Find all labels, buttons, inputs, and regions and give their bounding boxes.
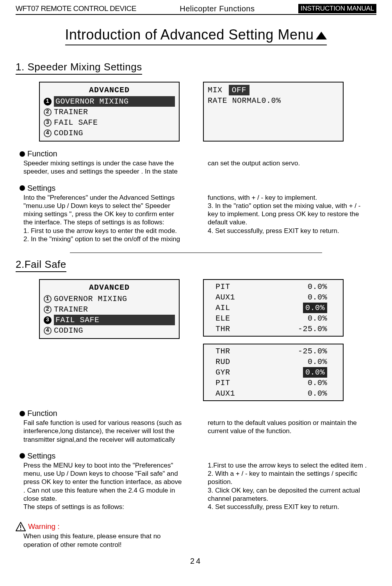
channel-value: 0.0% [308,357,327,367]
function-heading-1-text: Function [27,149,57,158]
settings-heading-2-text: Settings [27,452,55,461]
menu-item: 2TRAINER [44,304,175,315]
channel-name: GYR [208,367,247,378]
menu-item-label: TRAINER [54,107,175,117]
divider [70,253,323,253]
function-heading-2: Function [20,409,376,418]
channel-value: 0.0% [308,388,327,399]
section-fail-safe: 2.Fail Safe ADVANCED 1GOVERNOR MIXING2TR… [16,258,376,515]
channel-value: 0.0% [308,292,327,303]
channel-value: 0.0% [303,367,327,378]
warning-body: When using this feature, please ensure t… [16,532,376,553]
settings-heading-2: Settings [20,452,376,461]
function-heading-2-text: Function [27,409,57,418]
settings-body-1: Into the "Preferences" under the Advance… [16,194,376,247]
section2-title: 2.Fail Safe [16,258,66,272]
menu-item: 2TRAINER [44,107,175,117]
channel-name: THR [208,346,247,357]
menu-item-label: FAIL SAFE [54,315,175,325]
channel-value: -25.0% [298,324,327,334]
channel-name: AUX1 [208,292,247,303]
warning-heading: Warning : [16,522,376,531]
menu-item-label: CODING [54,128,175,138]
menu-item-number-icon: 4 [44,129,52,137]
mix-label: MIX [208,85,223,95]
channel-name: PIT [208,378,247,388]
menu-item-number-icon: 3 [44,316,52,324]
settings-body-2: Press the MENU key to boot into the "Pre… [16,461,376,515]
lcd-header: ADVANCED [44,282,175,293]
settings-heading-1: Settings [20,184,376,193]
rate-line: RATE NORMAL0.0% [208,95,339,106]
bullet-icon [20,151,25,157]
channel-name: PIT [208,281,247,292]
menu-item-number-icon: 1 [44,98,52,106]
menu-item-label: CODING [54,325,175,336]
function-body-1-text: Speeder mixing settings is under the cas… [23,159,369,176]
header-center: Helicopter Functions [136,4,298,13]
warning-triangle-icon [16,522,26,531]
menu-item: 1GOVERNOR MIXING [44,96,175,107]
page-header: WFT07 REMOTE CONTROL DEVICE Helicopter F… [16,4,376,15]
channel-row: ELE0.0% [208,313,339,324]
channel-value: 0.0% [308,313,327,324]
channel-row: AIL0.0% [208,303,339,313]
function-body-2-text: Fail safe function is used for various r… [23,419,369,444]
channel-name: THR [208,324,247,334]
page-title: Introduction of Advanced Setting Menu [65,27,327,45]
channel-row: AUX10.0% [208,388,339,399]
menu-item-number-icon: 2 [44,108,52,116]
mix-value: OFF [229,85,250,95]
channel-row: GYR0.0% [208,367,339,378]
triangle-up-icon [316,32,327,39]
menu-item-label: GOVERNOR MIXING [54,294,175,304]
menu-item-label: FAIL SAFE [54,117,175,128]
menu-item-label: GOVERNOR MIXING [54,96,175,107]
lcd-advanced-menu-2: ADVANCED 1GOVERNOR MIXING2TRAINER3FAIL S… [39,279,180,339]
channel-name: AIL [208,303,247,313]
menu-item: 4CODING [44,128,175,138]
settings-body-2-text: Press the MENU key to boot into the "Pre… [23,461,369,511]
bullet-icon [20,411,25,416]
bullet-icon [20,185,25,191]
bullet-icon [20,453,25,459]
channel-name: ELE [208,313,247,324]
channel-row: THR-25.0% [208,346,339,357]
menu-item: 3FAIL SAFE [44,315,175,325]
warning-label: Warning : [28,522,60,531]
channel-row: AUX10.0% [208,292,339,303]
page-number: 24 [16,557,376,566]
lcd-mix-rate: MIX OFF RATE NORMAL0.0% [203,82,344,142]
channel-row: PIT0.0% [208,281,339,292]
settings-heading-1-text: Settings [27,184,55,193]
function-body-2: Fail safe function is used for various r… [16,419,376,448]
function-heading-1: Function [20,149,376,158]
menu-item: 4CODING [44,325,175,336]
lcd-advanced-menu-1: ADVANCED 1GOVERNOR MIXING2TRAINER3FAIL S… [39,82,180,142]
channel-value: 0.0% [308,281,327,292]
channel-value: 0.0% [303,303,327,313]
channel-row: PIT0.0% [208,378,339,388]
lcd-failsafe-values-top: PIT0.0%AUX10.0%AIL0.0%ELE0.0%THR-25.0% [203,279,344,337]
menu-item: 3FAIL SAFE [44,117,175,128]
menu-item-number-icon: 2 [44,306,52,314]
lcd-header: ADVANCED [44,85,175,95]
channel-row: THR-25.0% [208,324,339,334]
lcd-failsafe-values-bottom: THR-25.0%RUD0.0%GYR0.0%PIT0.0%AUX10.0% [203,344,344,401]
menu-item: 1GOVERNOR MIXING [44,294,175,304]
warning-text: When using this feature, please ensure t… [23,532,184,549]
menu-item-number-icon: 3 [44,119,52,127]
channel-value: -25.0% [298,346,327,357]
section1-title: 1. Speeder Mixing Settings [16,61,142,75]
function-body-1: Speeder mixing settings is under the cas… [16,159,376,180]
channel-row: RUD0.0% [208,357,339,367]
svg-point-2 [20,529,21,530]
page-title-text: Introduction of Advanced Setting Menu [65,27,314,43]
channel-name: AUX1 [208,388,247,399]
menu-item-label: TRAINER [54,304,175,315]
header-right: INSTRUCTION MANUAL [298,4,376,13]
section-speeder-mixing: 1. Speeder Mixing Settings ADVANCED 1GOV… [16,61,376,253]
menu-item-number-icon: 4 [44,327,52,335]
channel-name: RUD [208,357,247,367]
channel-value: 0.0% [308,378,327,388]
